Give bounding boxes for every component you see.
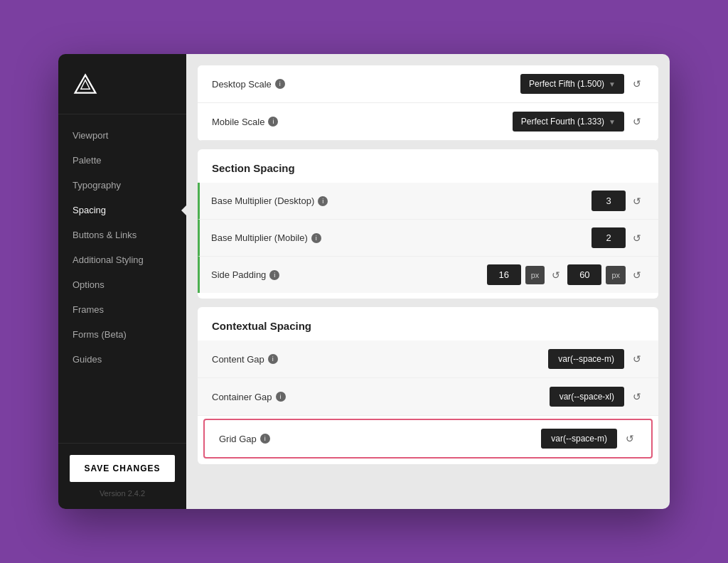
contextual-spacing-block: Contextual Spacing Content Gap i var(--s… [198, 307, 658, 464]
dropdown-arrow-icon: ▼ [609, 80, 616, 88]
section-spacing-title: Section Spacing [198, 149, 658, 183]
grid-gap-reset[interactable]: ↺ [623, 430, 637, 447]
sidebar-item-additional-styling[interactable]: Additional Styling [58, 247, 186, 272]
grid-gap-row: Grid Gap i var(--space-m) ↺ [203, 419, 653, 459]
mobile-scale-info-icon[interactable]: i [268, 117, 278, 127]
container-gap-label: Container Gap i [212, 392, 286, 402]
sidebar-navigation: Viewport Palette Typography Spacing Butt… [58, 114, 186, 443]
content-gap-reset[interactable]: ↺ [630, 350, 644, 368]
desktop-scale-reset-button[interactable]: ↺ [630, 75, 644, 92]
container-gap-value-button[interactable]: var(--space-xl) [550, 387, 624, 407]
side-padding-val1-input[interactable] [487, 264, 521, 285]
container-gap-reset[interactable]: ↺ [630, 388, 644, 405]
side-padding-row: Side Padding i px ↺ px ↺ [198, 257, 658, 293]
app-window: Viewport Palette Typography Spacing Butt… [58, 54, 670, 509]
scales-section: Desktop Scale i Perfect Fifth (1.500) ▼ … [198, 65, 658, 141]
side-padding-label: Side Padding i [211, 269, 279, 280]
base-multiplier-mobile-row: Base Multiplier (Mobile) i ↺ [198, 220, 658, 257]
sidebar-item-viewport[interactable]: Viewport [58, 123, 186, 148]
sidebar-item-forms-beta[interactable]: Forms (Beta) [58, 322, 186, 347]
spacing-rows: Base Multiplier (Desktop) i ↺ Base Multi… [198, 183, 658, 299]
desktop-scale-label: Desktop Scale i [212, 79, 285, 90]
save-changes-button[interactable]: SAVE CHANGES [70, 455, 175, 482]
content-gap-value-button[interactable]: var(--space-m) [548, 349, 624, 369]
sidebar-item-buttons-links[interactable]: Buttons & Links [58, 222, 186, 247]
side-padding-info-icon[interactable]: i [269, 270, 279, 280]
base-multiplier-mobile-input[interactable] [592, 227, 626, 248]
section-spacing-block: Section Spacing Base Multiplier (Desktop… [198, 149, 658, 299]
content-gap-label: Content Gap i [212, 354, 278, 365]
contextual-spacing-title: Contextual Spacing [198, 307, 658, 341]
side-padding-reset1[interactable]: ↺ [549, 267, 563, 284]
mobile-scale-label: Mobile Scale i [212, 117, 278, 127]
base-multiplier-mobile-reset[interactable]: ↺ [630, 230, 644, 247]
base-multiplier-desktop-info-icon[interactable]: i [318, 196, 328, 206]
base-multiplier-mobile-label: Base Multiplier (Mobile) i [211, 232, 321, 243]
content-gap-info-icon[interactable]: i [268, 354, 278, 364]
sidebar-item-options[interactable]: Options [58, 272, 186, 297]
base-multiplier-desktop-row: Base Multiplier (Desktop) i ↺ [198, 183, 658, 220]
sidebar-item-palette[interactable]: Palette [58, 148, 186, 173]
sidebar-item-spacing[interactable]: Spacing [58, 198, 186, 222]
container-gap-row: Container Gap i var(--space-xl) ↺ [198, 378, 658, 416]
dropdown-arrow-icon-2: ▼ [609, 118, 616, 126]
side-padding-unit1: px [525, 266, 545, 284]
version-label: Version 2.4.2 [70, 489, 175, 498]
grid-gap-value-button[interactable]: var(--space-m) [541, 429, 617, 449]
logo-icon [73, 71, 98, 97]
main-content: Desktop Scale i Perfect Fifth (1.500) ▼ … [186, 54, 670, 509]
sidebar-logo [58, 54, 186, 114]
base-multiplier-desktop-reset[interactable]: ↺ [630, 193, 644, 210]
grid-gap-label: Grid Gap i [219, 434, 270, 444]
base-multiplier-desktop-label: Base Multiplier (Desktop) i [211, 195, 328, 206]
base-multiplier-desktop-input[interactable] [592, 191, 626, 211]
sidebar-item-typography[interactable]: Typography [58, 173, 186, 198]
sidebar-item-frames[interactable]: Frames [58, 297, 186, 322]
desktop-scale-row: Desktop Scale i Perfect Fifth (1.500) ▼ … [198, 65, 658, 103]
container-gap-info-icon[interactable]: i [276, 392, 286, 402]
side-padding-unit2: px [606, 266, 626, 284]
desktop-scale-dropdown[interactable]: Perfect Fifth (1.500) ▼ [520, 74, 624, 94]
mobile-scale-controls: Perfect Fourth (1.333) ▼ ↺ [513, 112, 644, 132]
contextual-rows: Content Gap i var(--space-m) ↺ Container… [198, 341, 658, 464]
content-gap-row: Content Gap i var(--space-m) ↺ [198, 341, 658, 378]
base-multiplier-mobile-controls: ↺ [592, 227, 644, 248]
side-padding-controls: px ↺ px ↺ [487, 264, 644, 285]
content-gap-controls: var(--space-m) ↺ [548, 349, 644, 369]
side-padding-reset2[interactable]: ↺ [630, 267, 644, 284]
grid-gap-info-icon[interactable]: i [260, 434, 270, 444]
mobile-scale-dropdown[interactable]: Perfect Fourth (1.333) ▼ [513, 112, 624, 132]
side-padding-val2-input[interactable] [567, 264, 601, 285]
sidebar-item-guides[interactable]: Guides [58, 347, 186, 372]
sidebar-footer: SAVE CHANGES Version 2.4.2 [58, 443, 186, 509]
mobile-scale-reset-button[interactable]: ↺ [630, 113, 644, 130]
mobile-scale-row: Mobile Scale i Perfect Fourth (1.333) ▼ … [198, 103, 658, 141]
container-gap-controls: var(--space-xl) ↺ [550, 387, 644, 407]
sidebar: Viewport Palette Typography Spacing Butt… [58, 54, 186, 509]
grid-gap-controls: var(--space-m) ↺ [541, 429, 637, 449]
base-multiplier-mobile-info-icon[interactable]: i [311, 233, 321, 243]
desktop-scale-info-icon[interactable]: i [275, 79, 285, 89]
desktop-scale-controls: Perfect Fifth (1.500) ▼ ↺ [520, 74, 644, 94]
base-multiplier-desktop-controls: ↺ [592, 191, 644, 211]
